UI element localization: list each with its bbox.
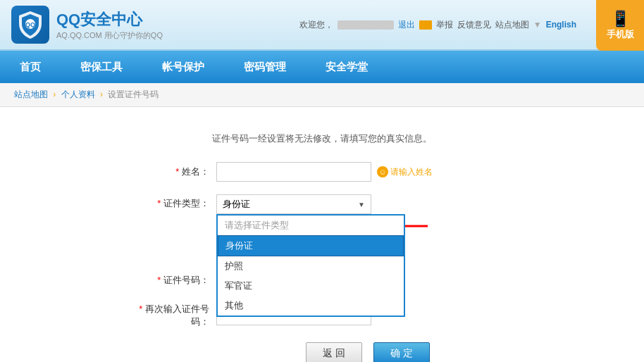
main-content: 证件号码一经设置将无法修改，请填写您的真实信息。 * 姓名： ☺ 请输入姓名 *…: [0, 107, 644, 362]
breadcrumb: 站点地图 › 个人资料 › 设置证件号码: [0, 83, 644, 107]
dropdown-option-id-card[interactable]: 身份证: [218, 235, 404, 256]
header-right: 欢迎您， 退出 举报 反馈意见 站点地图 ▼ English: [299, 19, 576, 31]
welcome-text: 欢迎您，: [299, 19, 333, 31]
cert-number-label: * 证件号码：: [125, 274, 216, 287]
nav-item-mibao[interactable]: 密保工具: [61, 51, 142, 83]
form-row-name: * 姓名： ☺ 请输入姓名: [125, 162, 519, 182]
required-star2: *: [157, 198, 161, 208]
dropdown-arrow-icon: ▼: [358, 201, 365, 208]
breadcrumb-profile[interactable]: 个人资料: [61, 89, 95, 99]
username-blurred: [338, 20, 394, 30]
confirm-button[interactable]: 确 定: [373, 342, 430, 362]
report-link[interactable]: 举报: [436, 19, 453, 31]
nav-item-password[interactable]: 密码管理: [224, 51, 306, 83]
nav-item-home[interactable]: 首页: [0, 51, 61, 83]
logo-title: QQ安全中心: [56, 9, 163, 30]
mail-icon: [419, 20, 432, 30]
sitemap-link[interactable]: 站点地图: [495, 19, 529, 31]
dropdown-option-passport[interactable]: 护照: [218, 256, 404, 276]
cert-type-select[interactable]: 身份证 ▼: [216, 194, 371, 214]
back-button[interactable]: 返 回: [306, 342, 362, 362]
feedback-link[interactable]: 反馈意见: [457, 19, 491, 31]
required-star: *: [175, 166, 179, 177]
required-star4: *: [139, 304, 142, 314]
logo-subtitle: AQ.QQ.COM 用心守护你的QQ: [56, 30, 163, 41]
logo-area: QQ QQ安全中心 AQ.QQ.COM 用心守护你的QQ: [11, 6, 163, 44]
logout-link[interactable]: 退出: [398, 19, 415, 31]
notice-text: 证件号码一经设置将无法修改，请填写您的真实信息。: [0, 132, 644, 145]
breadcrumb-current: 设置证件号码: [108, 89, 159, 99]
english-link[interactable]: English: [546, 20, 576, 30]
breadcrumb-sep2: ›: [100, 89, 103, 99]
dropdown-option-military[interactable]: 军官证: [218, 276, 404, 296]
svg-text:QQ: QQ: [25, 21, 35, 28]
sitemap-arrow-icon: ▼: [533, 20, 542, 30]
name-label: * 姓名：: [125, 166, 216, 178]
mobile-label: 手机版: [607, 28, 634, 41]
cert-confirm-label: * 再次输入证件号码：: [125, 303, 216, 328]
name-input[interactable]: [216, 162, 371, 182]
required-star3: *: [157, 275, 161, 285]
cert-type-control: 身份证 ▼ 请选择证件类型 身份证 护照 军官证 其他: [216, 194, 371, 214]
form-area: * 姓名： ☺ 请输入姓名 * 证件类型： 身份证 ▼: [125, 162, 519, 362]
nav-bar: 首页 密保工具 帐号保护 密码管理 安全学堂: [0, 51, 644, 83]
mobile-badge[interactable]: 📱 手机版: [596, 0, 644, 51]
nav-item-account[interactable]: 帐号保护: [142, 51, 224, 83]
form-buttons: 返 回 确 定: [216, 342, 519, 362]
breadcrumb-sep1: ›: [53, 89, 56, 99]
cert-type-value: 身份证: [223, 198, 250, 211]
breadcrumb-sitemap[interactable]: 站点地图: [14, 89, 48, 99]
form-row-cert-type: * 证件类型： 身份证 ▼ 请选择证件类型 身份证 护照 军官证 其他: [125, 194, 519, 214]
dropdown-option-other[interactable]: 其他: [218, 296, 404, 316]
cert-type-dropdown: 请选择证件类型 身份证 护照 军官证 其他: [216, 214, 405, 317]
hint-icon: ☺: [377, 166, 388, 177]
name-hint: ☺ 请输入姓名: [377, 166, 433, 178]
dropdown-option-placeholder[interactable]: 请选择证件类型: [218, 216, 404, 235]
cert-type-label: * 证件类型：: [125, 194, 216, 210]
logo-shield-icon: QQ: [11, 6, 49, 44]
phone-icon: 📱: [611, 10, 630, 28]
nav-item-learn[interactable]: 安全学堂: [306, 51, 388, 83]
